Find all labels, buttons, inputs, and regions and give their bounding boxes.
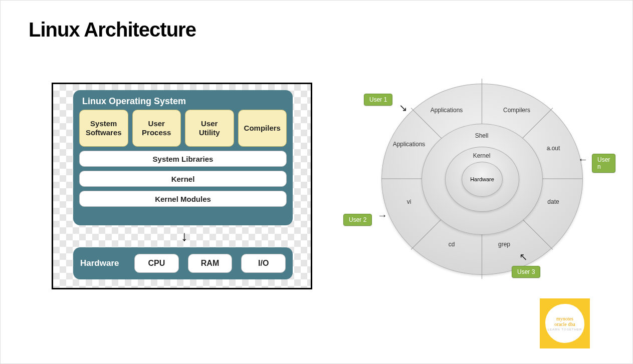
user-2-tag: User 2 <box>343 214 372 226</box>
hardware-label: Hardware <box>80 258 125 268</box>
hardware-panel: Hardware CPU RAM I/O <box>73 247 293 279</box>
box-kernel-modules: Kernel Modules <box>79 191 287 207</box>
arrow-down-icon: ↓ <box>181 228 188 244</box>
right-diagram: Hardware Kernel Shell Applications Compi… <box>321 81 602 291</box>
left-diagram: Linux Operating System SystemSoftwares U… <box>52 83 312 289</box>
os-panel: Linux Operating System SystemSoftwares U… <box>73 90 293 225</box>
box-user-process: UserProcess <box>132 110 181 147</box>
arrow-icon: → <box>377 210 387 221</box>
box-ram: RAM <box>188 254 233 273</box>
os-panel-title: Linux Operating System <box>73 90 293 110</box>
logo-line2: oracle dba <box>554 321 575 327</box>
shell-label: Shell <box>462 132 502 139</box>
seg-applications-top: Applications <box>424 107 469 114</box>
seg-cd: cd <box>434 241 469 248</box>
hardware-ring: Hardware <box>462 162 503 197</box>
box-io: I/O <box>241 254 286 273</box>
seg-vi: vi <box>394 198 424 205</box>
logo-inner: mynotes oracle dba LEARN TOGETHER <box>545 304 584 343</box>
box-user-utility: UserUtility <box>185 110 234 147</box>
seg-compilers: Compilers <box>494 107 539 114</box>
seg-applications-left: Applications <box>386 141 432 148</box>
arrow-icon: ↖ <box>519 251 528 263</box>
logo-sub: LEARN TOGETHER <box>548 328 582 331</box>
seg-grep: grep <box>487 241 522 248</box>
box-kernel: Kernel <box>79 171 287 187</box>
user-n-tag: User n <box>592 154 615 173</box>
user-3-tag: User 3 <box>512 266 540 278</box>
box-system-softwares: SystemSoftwares <box>79 110 128 147</box>
logo-badge: mynotes oracle dba LEARN TOGETHER <box>540 298 590 348</box>
seg-aout: a.out <box>536 145 571 152</box>
logo-line1: mynotes <box>556 316 573 321</box>
box-cpu: CPU <box>134 254 179 273</box>
user-1-tag: User 1 <box>364 94 392 106</box>
top-box-row: SystemSoftwares UserProcess UserUtility … <box>73 110 293 147</box>
arrow-icon: ↘ <box>399 102 407 114</box>
box-system-libraries: System Libraries <box>79 151 287 167</box>
box-compilers: Compilers <box>238 110 287 147</box>
kernel-label: Kernel <box>462 152 502 159</box>
seg-date: date <box>536 198 571 205</box>
slide: Linux Architecture Linux Operating Syste… <box>0 0 633 364</box>
page-title: Linux Architecture <box>29 19 196 41</box>
arrow-icon: ← <box>578 154 588 165</box>
